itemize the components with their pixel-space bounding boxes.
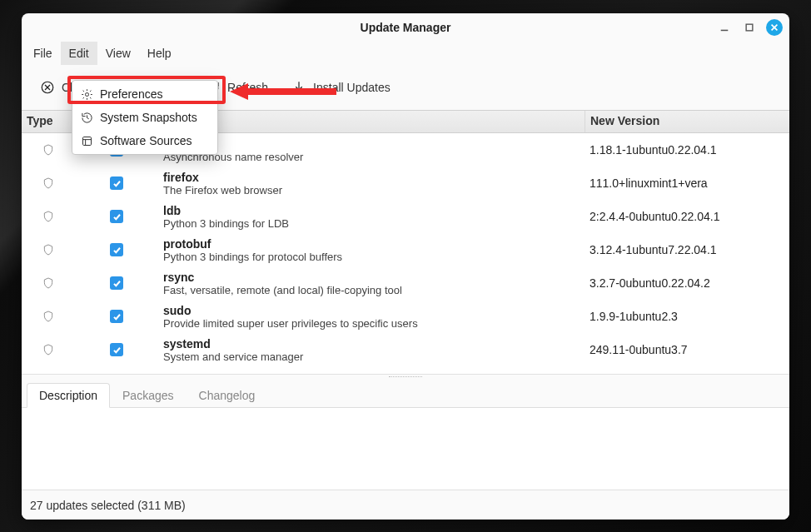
refresh-label: Refresh xyxy=(227,81,268,94)
menu-edit[interactable]: Edit xyxy=(61,42,97,65)
package-desc: Asynchronous name resolver xyxy=(163,151,580,163)
update-row[interactable]: systemdSystem and service manager249.11-… xyxy=(22,333,789,366)
detail-tabs: Description Packages Changelog xyxy=(22,380,789,408)
col-new-version[interactable]: New Version xyxy=(585,111,789,132)
update-checkbox[interactable] xyxy=(75,310,158,323)
svg-rect-1 xyxy=(746,24,753,31)
new-version-cell: 1.9.9-1ubuntu2.3 xyxy=(585,310,789,323)
update-name-cell: ldbPython 3 bindings for LDB xyxy=(158,204,585,230)
new-version-cell: 3.12.4-1ubuntu7.22.04.1 xyxy=(585,243,789,256)
menu-help[interactable]: Help xyxy=(139,42,180,65)
menu-view[interactable]: View xyxy=(97,42,139,65)
new-version-cell: 2:2.4.4-0ubuntu0.22.04.1 xyxy=(585,210,789,223)
gear-icon xyxy=(81,88,93,101)
package-desc: Provide limited super user privileges to… xyxy=(163,317,580,330)
update-checkbox[interactable] xyxy=(75,210,158,223)
menu-file[interactable]: File xyxy=(25,42,61,65)
update-row[interactable]: sudoProvide limited super user privilege… xyxy=(22,300,789,333)
shield-icon xyxy=(22,242,75,257)
shield-icon xyxy=(22,276,75,291)
new-version-cell: 249.11-0ubuntu3.7 xyxy=(585,343,789,356)
tab-content xyxy=(22,408,789,490)
update-checkbox[interactable] xyxy=(75,343,158,356)
package-desc: The Firefox web browser xyxy=(163,184,580,196)
update-name-cell: rsyncFast, versatile, remote (and local)… xyxy=(158,271,585,296)
close-button[interactable] xyxy=(766,19,783,36)
menu-preferences-label: Preferences xyxy=(100,87,162,101)
package-desc: Python 3 bindings for protocol buffers xyxy=(163,251,580,263)
update-name-cell: protobufPython 3 bindings for protocol b… xyxy=(158,237,585,263)
tab-description[interactable]: Description xyxy=(27,383,110,408)
update-checkbox[interactable] xyxy=(75,243,158,256)
history-icon xyxy=(81,112,93,124)
menu-system-snapshots[interactable]: System Snapshots xyxy=(72,106,217,129)
shield-icon xyxy=(22,209,75,224)
package-name: rsync xyxy=(163,271,580,284)
package-desc: Python 3 bindings for LDB xyxy=(163,217,580,230)
sources-icon xyxy=(81,135,93,147)
menu-software-sources[interactable]: Software Sources xyxy=(72,129,217,152)
update-name-cell: c-aresAsynchronous name resolver xyxy=(158,137,585,163)
update-checkbox[interactable] xyxy=(75,177,158,190)
shield-icon xyxy=(22,309,75,324)
package-desc: Fast, versatile, remote (and local) file… xyxy=(163,284,580,296)
window-title: Update Manager xyxy=(361,21,451,34)
package-desc: System and service manager xyxy=(163,351,580,363)
download-icon xyxy=(291,80,306,95)
status-bar: 27 updates selected (311 MB) xyxy=(22,490,789,520)
updates-list[interactable]: c-aresAsynchronous name resolver1.18.1-1… xyxy=(22,133,789,375)
update-manager-window: Update Manager File Edit View Help Clear… xyxy=(22,13,789,520)
update-row[interactable]: firefoxThe Firefox web browser111.0+linu… xyxy=(22,167,789,200)
package-name: systemd xyxy=(163,337,580,351)
svg-rect-9 xyxy=(83,137,92,145)
package-name: protobuf xyxy=(163,237,580,251)
update-row[interactable]: ldbPython 3 bindings for LDB2:2.4.4-0ubu… xyxy=(22,200,789,233)
edit-menu-dropdown: Preferences System Snapshots Software So… xyxy=(72,80,218,155)
svg-point-8 xyxy=(86,92,89,96)
menu-snapshots-label: System Snapshots xyxy=(100,111,197,124)
clear-icon xyxy=(40,80,55,95)
update-row[interactable]: protobufPython 3 bindings for protocol b… xyxy=(22,233,789,266)
maximize-button[interactable] xyxy=(741,19,758,36)
package-name: c-ares xyxy=(163,137,580,151)
install-label: Install Updates xyxy=(313,81,391,94)
tab-changelog[interactable]: Changelog xyxy=(187,383,268,407)
status-text: 27 updates selected (311 MB) xyxy=(30,499,186,512)
menubar: File Edit View Help xyxy=(22,42,789,65)
update-row[interactable]: rsyncFast, versatile, remote (and local)… xyxy=(22,266,789,300)
update-name-cell: firefoxThe Firefox web browser xyxy=(158,171,585,196)
package-name: sudo xyxy=(163,304,580,317)
package-name: firefox xyxy=(163,171,580,184)
package-name: ldb xyxy=(163,204,580,217)
menu-sources-label: Software Sources xyxy=(100,134,192,147)
col-type[interactable]: Type xyxy=(22,111,75,132)
new-version-cell: 3.2.7-0ubuntu0.22.04.2 xyxy=(585,276,789,290)
update-name-cell: sudoProvide limited super user privilege… xyxy=(158,304,585,330)
col-name[interactable] xyxy=(158,111,585,132)
menu-preferences[interactable]: Preferences xyxy=(72,82,217,106)
tab-packages[interactable]: Packages xyxy=(110,383,186,407)
titlebar: Update Manager xyxy=(22,13,789,42)
shield-icon xyxy=(22,176,75,191)
new-version-cell: 111.0+linuxmint1+vera xyxy=(585,177,789,190)
window-controls xyxy=(716,19,783,36)
shield-icon xyxy=(22,342,75,357)
minimize-button[interactable] xyxy=(716,19,733,36)
new-version-cell: 1.18.1-1ubuntu0.22.04.1 xyxy=(585,143,789,157)
install-updates-button[interactable]: Install Updates xyxy=(291,80,391,95)
update-name-cell: systemdSystem and service manager xyxy=(158,337,585,363)
update-checkbox[interactable] xyxy=(75,276,158,290)
shield-icon xyxy=(22,142,75,157)
